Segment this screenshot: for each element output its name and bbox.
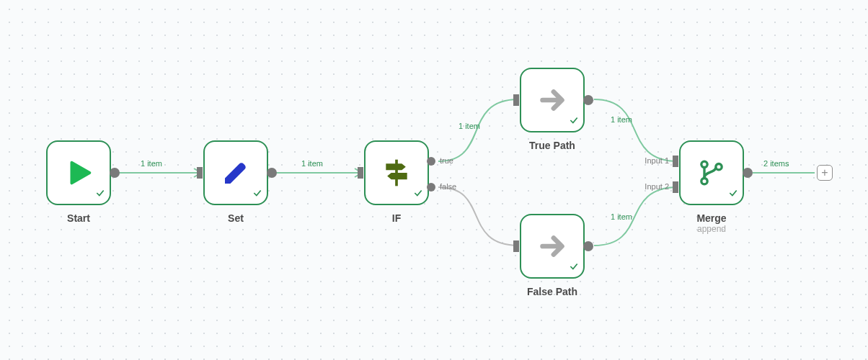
input-port-1[interactable] xyxy=(673,156,681,167)
edge-label-start-set: 1 item xyxy=(141,159,162,168)
check-icon xyxy=(728,188,738,201)
node-false-path[interactable] xyxy=(520,214,585,279)
plus-icon: + xyxy=(821,167,828,179)
svg-point-5 xyxy=(427,157,435,166)
node-title-set: Set xyxy=(185,212,286,224)
input-port[interactable] xyxy=(358,167,366,179)
svg-point-12 xyxy=(701,179,707,184)
svg-point-6 xyxy=(427,183,435,192)
edge-label-merge-out: 2 items xyxy=(763,159,789,168)
svg-point-2 xyxy=(267,168,277,178)
output-port[interactable] xyxy=(582,94,595,107)
node-merge[interactable] xyxy=(679,140,744,205)
svg-point-10 xyxy=(583,241,593,251)
play-icon xyxy=(62,156,95,189)
node-title-if: IF xyxy=(346,212,447,224)
pencil-icon xyxy=(221,158,250,187)
check-icon xyxy=(569,261,579,274)
node-start[interactable] xyxy=(46,140,111,205)
output-port-true[interactable] xyxy=(426,156,436,166)
node-title-true-path: True Path xyxy=(502,140,603,151)
port-label-input-2: Input 2 xyxy=(637,182,669,191)
arrow-right-icon xyxy=(536,230,569,263)
node-true-path[interactable] xyxy=(520,68,585,132)
check-icon xyxy=(413,188,423,201)
svg-rect-7 xyxy=(513,94,519,106)
input-port[interactable] xyxy=(197,167,205,179)
input-port[interactable] xyxy=(513,240,522,252)
edge-label-if-true: 1 item xyxy=(459,122,480,130)
svg-rect-9 xyxy=(513,240,519,252)
svg-rect-14 xyxy=(673,156,678,167)
svg-point-16 xyxy=(743,168,753,178)
node-if[interactable] xyxy=(364,140,429,205)
check-icon xyxy=(569,115,579,128)
output-port[interactable] xyxy=(582,240,595,253)
signpost-icon xyxy=(381,157,412,189)
output-port[interactable] xyxy=(741,166,754,179)
check-icon xyxy=(252,188,262,201)
arrow-right-icon xyxy=(536,84,569,117)
port-label-false: false xyxy=(440,182,456,191)
node-set[interactable] xyxy=(203,140,268,205)
edge-label-true-merge: 1 item xyxy=(611,115,632,124)
node-subtitle-merge: append xyxy=(661,224,762,234)
output-port[interactable] xyxy=(265,166,278,179)
edge-label-set-if: 1 item xyxy=(301,159,323,168)
svg-point-0 xyxy=(110,168,120,178)
git-branch-icon xyxy=(697,158,726,187)
node-title-false-path: False Path xyxy=(502,286,603,297)
node-title-merge: Merge xyxy=(661,212,762,224)
check-icon xyxy=(95,188,105,201)
input-port[interactable] xyxy=(513,94,522,106)
svg-point-11 xyxy=(701,161,707,167)
input-port-2[interactable] xyxy=(673,181,681,193)
node-title-start: Start xyxy=(28,212,129,224)
svg-rect-1 xyxy=(197,167,203,179)
port-label-true: true xyxy=(440,156,453,165)
edge-label-false-merge: 1 item xyxy=(611,212,632,221)
output-port-false[interactable] xyxy=(426,182,436,192)
svg-rect-4 xyxy=(358,167,363,179)
svg-point-8 xyxy=(583,95,593,105)
add-node-button[interactable]: + xyxy=(817,165,833,181)
port-label-input-1: Input 1 xyxy=(637,156,669,165)
svg-rect-15 xyxy=(673,181,678,193)
output-port[interactable] xyxy=(108,166,121,179)
